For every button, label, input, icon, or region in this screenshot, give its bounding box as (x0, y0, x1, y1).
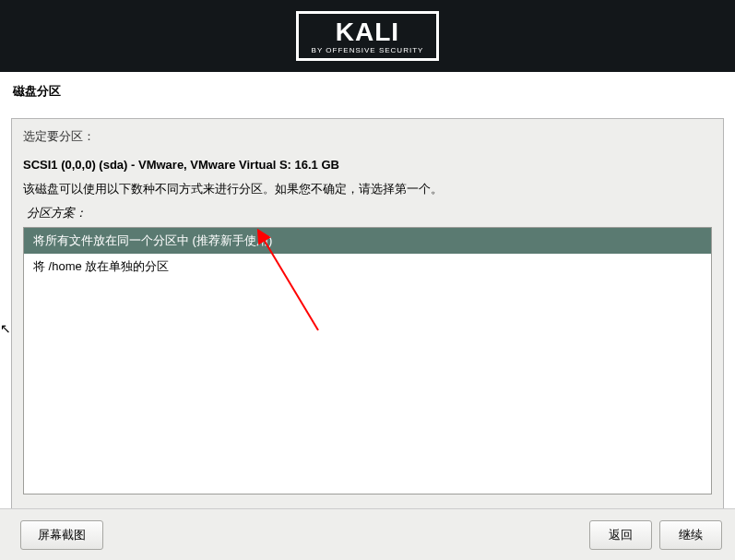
partition-panel: 选定要分区： SCSI1 (0,0,0) (sda) - VMware, VMw… (11, 118, 724, 524)
option-all-files-single-partition[interactable]: 将所有文件放在同一个分区中 (推荐新手使用) (24, 228, 711, 254)
option-label: 将所有文件放在同一个分区中 (推荐新手使用) (33, 233, 272, 247)
continue-button[interactable]: 继续 (659, 520, 722, 550)
header-banner: KALI BY OFFENSIVE SECURITY (0, 0, 735, 72)
logo-subtitle: BY OFFENSIVE SECURITY (312, 47, 424, 54)
partition-options-list: 将所有文件放在同一个分区中 (推荐新手使用) 将 /home 放在单独的分区 (23, 227, 712, 494)
scheme-label: 分区方案： (27, 205, 712, 221)
option-label: 将 /home 放在单独的分区 (33, 259, 169, 273)
select-partition-label: 选定要分区： (23, 128, 712, 145)
back-button[interactable]: 返回 (589, 520, 652, 550)
footer-bar: 屏幕截图 返回 继续 (0, 508, 735, 560)
screenshot-button[interactable]: 屏幕截图 (20, 520, 103, 550)
main-content: 磁盘分区 选定要分区： SCSI1 (0,0,0) (sda) - VMware… (0, 72, 735, 524)
option-separate-home-partition[interactable]: 将 /home 放在单独的分区 (24, 254, 711, 280)
logo-text: KALI (312, 19, 424, 45)
page-title: 磁盘分区 (13, 83, 724, 100)
disk-info: SCSI1 (0,0,0) (sda) - VMware, VMware Vir… (23, 158, 712, 172)
kali-logo: KALI BY OFFENSIVE SECURITY (296, 11, 440, 61)
helper-text: 该磁盘可以使用以下数种不同方式来进行分区。如果您不确定，请选择第一个。 (23, 181, 712, 197)
